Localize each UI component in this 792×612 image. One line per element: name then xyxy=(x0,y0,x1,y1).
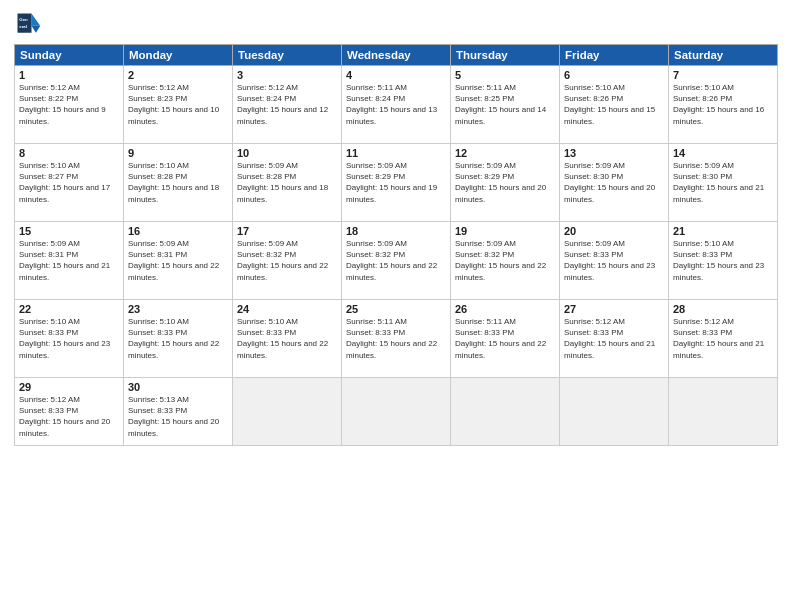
day-info: Sunrise: 5:09 AMSunset: 8:31 PMDaylight:… xyxy=(19,238,119,283)
calendar-week-4: 22Sunrise: 5:10 AMSunset: 8:33 PMDayligh… xyxy=(15,300,778,378)
day-info: Sunrise: 5:12 AMSunset: 8:22 PMDaylight:… xyxy=(19,82,119,127)
day-info: Sunrise: 5:12 AMSunset: 8:33 PMDaylight:… xyxy=(564,316,664,361)
day-info: Sunrise: 5:10 AMSunset: 8:33 PMDaylight:… xyxy=(128,316,228,361)
day-number: 17 xyxy=(237,225,337,237)
day-number: 22 xyxy=(19,303,119,315)
svg-marker-0 xyxy=(32,14,41,26)
header: Gen eral xyxy=(14,10,778,38)
day-number: 20 xyxy=(564,225,664,237)
day-number: 6 xyxy=(564,69,664,81)
calendar-day: 9Sunrise: 5:10 AMSunset: 8:28 PMDaylight… xyxy=(124,144,233,222)
day-number: 12 xyxy=(455,147,555,159)
day-number: 18 xyxy=(346,225,446,237)
day-info: Sunrise: 5:13 AMSunset: 8:33 PMDaylight:… xyxy=(128,394,228,439)
day-info: Sunrise: 5:11 AMSunset: 8:33 PMDaylight:… xyxy=(346,316,446,361)
calendar-day: 16Sunrise: 5:09 AMSunset: 8:31 PMDayligh… xyxy=(124,222,233,300)
calendar-header-row: SundayMondayTuesdayWednesdayThursdayFrid… xyxy=(15,45,778,66)
day-number: 24 xyxy=(237,303,337,315)
calendar-day: 28Sunrise: 5:12 AMSunset: 8:33 PMDayligh… xyxy=(669,300,778,378)
day-info: Sunrise: 5:09 AMSunset: 8:28 PMDaylight:… xyxy=(237,160,337,205)
calendar-day: 4Sunrise: 5:11 AMSunset: 8:24 PMDaylight… xyxy=(342,66,451,144)
calendar-day: 23Sunrise: 5:10 AMSunset: 8:33 PMDayligh… xyxy=(124,300,233,378)
calendar-day: 24Sunrise: 5:10 AMSunset: 8:33 PMDayligh… xyxy=(233,300,342,378)
calendar-day: 14Sunrise: 5:09 AMSunset: 8:30 PMDayligh… xyxy=(669,144,778,222)
calendar-header-monday: Monday xyxy=(124,45,233,66)
day-info: Sunrise: 5:10 AMSunset: 8:33 PMDaylight:… xyxy=(19,316,119,361)
day-info: Sunrise: 5:09 AMSunset: 8:30 PMDaylight:… xyxy=(564,160,664,205)
calendar-header-thursday: Thursday xyxy=(451,45,560,66)
calendar-header-tuesday: Tuesday xyxy=(233,45,342,66)
day-number: 30 xyxy=(128,381,228,393)
day-info: Sunrise: 5:11 AMSunset: 8:24 PMDaylight:… xyxy=(346,82,446,127)
calendar-day: 6Sunrise: 5:10 AMSunset: 8:26 PMDaylight… xyxy=(560,66,669,144)
calendar-day: 17Sunrise: 5:09 AMSunset: 8:32 PMDayligh… xyxy=(233,222,342,300)
day-number: 11 xyxy=(346,147,446,159)
calendar-day: 13Sunrise: 5:09 AMSunset: 8:30 PMDayligh… xyxy=(560,144,669,222)
day-number: 13 xyxy=(564,147,664,159)
day-number: 14 xyxy=(673,147,773,159)
calendar-day: 21Sunrise: 5:10 AMSunset: 8:33 PMDayligh… xyxy=(669,222,778,300)
day-number: 27 xyxy=(564,303,664,315)
calendar: SundayMondayTuesdayWednesdayThursdayFrid… xyxy=(14,44,778,446)
calendar-day: 26Sunrise: 5:11 AMSunset: 8:33 PMDayligh… xyxy=(451,300,560,378)
day-number: 19 xyxy=(455,225,555,237)
page: Gen eral SundayMondayTuesdayWednesdayThu… xyxy=(0,0,792,612)
logo-icon: Gen eral xyxy=(14,10,42,38)
day-info: Sunrise: 5:09 AMSunset: 8:31 PMDaylight:… xyxy=(128,238,228,283)
day-info: Sunrise: 5:12 AMSunset: 8:23 PMDaylight:… xyxy=(128,82,228,127)
calendar-day xyxy=(560,378,669,446)
calendar-day: 11Sunrise: 5:09 AMSunset: 8:29 PMDayligh… xyxy=(342,144,451,222)
day-info: Sunrise: 5:10 AMSunset: 8:28 PMDaylight:… xyxy=(128,160,228,205)
calendar-day: 8Sunrise: 5:10 AMSunset: 8:27 PMDaylight… xyxy=(15,144,124,222)
day-number: 23 xyxy=(128,303,228,315)
calendar-week-3: 15Sunrise: 5:09 AMSunset: 8:31 PMDayligh… xyxy=(15,222,778,300)
day-info: Sunrise: 5:11 AMSunset: 8:25 PMDaylight:… xyxy=(455,82,555,127)
calendar-header-saturday: Saturday xyxy=(669,45,778,66)
calendar-day xyxy=(342,378,451,446)
calendar-header-sunday: Sunday xyxy=(15,45,124,66)
calendar-day: 7Sunrise: 5:10 AMSunset: 8:26 PMDaylight… xyxy=(669,66,778,144)
day-number: 21 xyxy=(673,225,773,237)
day-number: 16 xyxy=(128,225,228,237)
day-info: Sunrise: 5:10 AMSunset: 8:26 PMDaylight:… xyxy=(673,82,773,127)
svg-marker-1 xyxy=(32,26,41,33)
day-number: 28 xyxy=(673,303,773,315)
day-number: 5 xyxy=(455,69,555,81)
calendar-day: 12Sunrise: 5:09 AMSunset: 8:29 PMDayligh… xyxy=(451,144,560,222)
calendar-day: 25Sunrise: 5:11 AMSunset: 8:33 PMDayligh… xyxy=(342,300,451,378)
logo: Gen eral xyxy=(14,10,46,38)
day-number: 7 xyxy=(673,69,773,81)
day-number: 9 xyxy=(128,147,228,159)
day-info: Sunrise: 5:12 AMSunset: 8:33 PMDaylight:… xyxy=(673,316,773,361)
day-info: Sunrise: 5:09 AMSunset: 8:33 PMDaylight:… xyxy=(564,238,664,283)
calendar-week-1: 1Sunrise: 5:12 AMSunset: 8:22 PMDaylight… xyxy=(15,66,778,144)
calendar-day: 29Sunrise: 5:12 AMSunset: 8:33 PMDayligh… xyxy=(15,378,124,446)
calendar-week-2: 8Sunrise: 5:10 AMSunset: 8:27 PMDaylight… xyxy=(15,144,778,222)
calendar-day: 2Sunrise: 5:12 AMSunset: 8:23 PMDaylight… xyxy=(124,66,233,144)
calendar-day: 1Sunrise: 5:12 AMSunset: 8:22 PMDaylight… xyxy=(15,66,124,144)
calendar-day xyxy=(669,378,778,446)
calendar-header-friday: Friday xyxy=(560,45,669,66)
day-number: 26 xyxy=(455,303,555,315)
calendar-day: 18Sunrise: 5:09 AMSunset: 8:32 PMDayligh… xyxy=(342,222,451,300)
day-number: 1 xyxy=(19,69,119,81)
day-info: Sunrise: 5:10 AMSunset: 8:33 PMDaylight:… xyxy=(673,238,773,283)
day-number: 3 xyxy=(237,69,337,81)
day-number: 8 xyxy=(19,147,119,159)
calendar-header-wednesday: Wednesday xyxy=(342,45,451,66)
day-number: 25 xyxy=(346,303,446,315)
day-info: Sunrise: 5:12 AMSunset: 8:24 PMDaylight:… xyxy=(237,82,337,127)
calendar-day: 5Sunrise: 5:11 AMSunset: 8:25 PMDaylight… xyxy=(451,66,560,144)
day-info: Sunrise: 5:09 AMSunset: 8:29 PMDaylight:… xyxy=(455,160,555,205)
calendar-day: 27Sunrise: 5:12 AMSunset: 8:33 PMDayligh… xyxy=(560,300,669,378)
day-info: Sunrise: 5:12 AMSunset: 8:33 PMDaylight:… xyxy=(19,394,119,439)
day-info: Sunrise: 5:09 AMSunset: 8:29 PMDaylight:… xyxy=(346,160,446,205)
day-info: Sunrise: 5:10 AMSunset: 8:26 PMDaylight:… xyxy=(564,82,664,127)
calendar-day: 19Sunrise: 5:09 AMSunset: 8:32 PMDayligh… xyxy=(451,222,560,300)
calendar-day: 20Sunrise: 5:09 AMSunset: 8:33 PMDayligh… xyxy=(560,222,669,300)
calendar-day xyxy=(451,378,560,446)
calendar-day xyxy=(233,378,342,446)
day-info: Sunrise: 5:10 AMSunset: 8:33 PMDaylight:… xyxy=(237,316,337,361)
day-number: 29 xyxy=(19,381,119,393)
calendar-day: 22Sunrise: 5:10 AMSunset: 8:33 PMDayligh… xyxy=(15,300,124,378)
